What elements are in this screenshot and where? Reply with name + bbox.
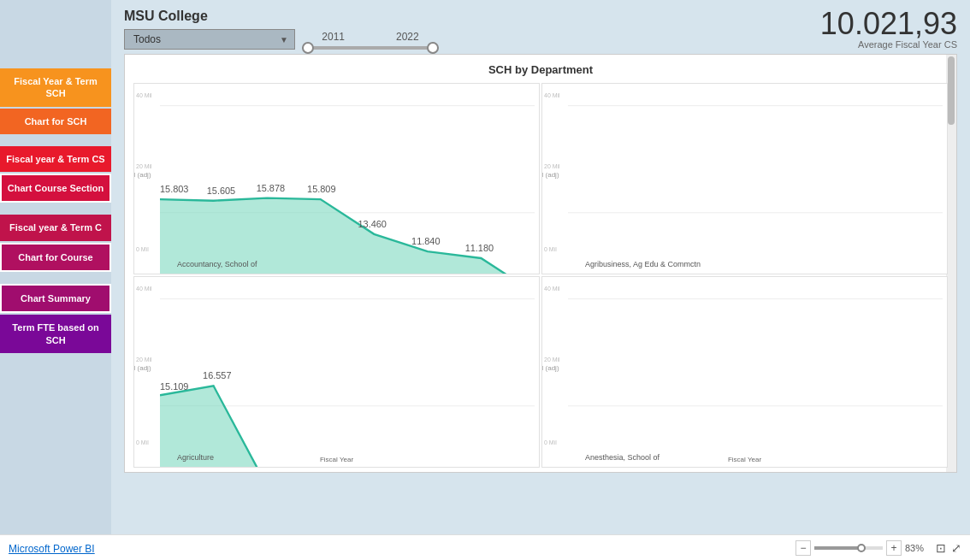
msu-title: MSU College xyxy=(124,9,439,24)
sidebar-item-chart-for-course[interactable]: Chart for Course xyxy=(0,243,111,272)
zoom-plus-button[interactable]: + xyxy=(886,540,902,556)
svg-text:15.809: 15.809 xyxy=(307,184,335,194)
sidebar-item-term-fte-sch[interactable]: Term FTE based on SCH xyxy=(0,315,111,353)
fit-to-screen-icon[interactable]: ⊡ xyxy=(936,541,946,555)
x-axis-label-4: Fiscal Year xyxy=(728,456,761,463)
year-slider-left[interactable] xyxy=(302,42,314,54)
header: MSU College TodosCollege ACollege B 2011… xyxy=(124,9,957,50)
header-left: MSU College TodosCollege ACollege B 2011… xyxy=(124,9,439,50)
chart-panel-agribusiness: SCH (adj) 40 Mil 20 Mil 0 Mil 3.744 3.62… xyxy=(541,83,948,274)
year-end: 2022 xyxy=(396,31,419,43)
sidebar-item-fiscal-year-term-sch[interactable]: Fiscal Year & Term SCH xyxy=(0,68,111,107)
header-right: 10.021,93 Average Fiscal Year CS xyxy=(820,9,957,50)
zoom-minus-button[interactable]: − xyxy=(796,540,811,556)
year-labels: 2011 2022 xyxy=(322,31,418,43)
svg-text:15.109: 15.109 xyxy=(160,381,188,392)
y-axis-label-3: SCH (adj) xyxy=(133,364,151,372)
y-tick-40mil-2: 40 Mil xyxy=(544,92,560,98)
chart-scrollbar-thumb[interactable] xyxy=(948,56,955,125)
zoom-slider-thumb[interactable] xyxy=(857,544,866,552)
chart-svg-2: 3.744 3.623 3.556 3.455 2.651 1.389 2016… xyxy=(568,92,943,274)
x-axis-label-3: Fiscal Year xyxy=(320,456,353,463)
chart-container: SCH by Department SCH (adj) 40 Mil 20 Mi… xyxy=(124,54,957,473)
year-slider-track[interactable] xyxy=(302,46,439,50)
powerbi-link[interactable]: Microsoft Power BI xyxy=(9,543,95,555)
chart-svg-1: 15.803 15.605 15.878 15.809 13.460 11.84… xyxy=(160,92,535,274)
sidebar-item-chart-course-section[interactable]: Chart Course Section xyxy=(0,174,111,203)
zoom-control: − + 83% xyxy=(796,540,931,556)
zoom-slider-track[interactable] xyxy=(814,546,883,550)
year-start: 2011 xyxy=(322,31,345,43)
chart-svg-4: 1.444 3.773 4.041 3.775 2.338 2016 2017 … xyxy=(568,286,943,468)
year-range: 2011 2022 xyxy=(302,31,439,50)
y-tick-40mil-4: 40 Mil xyxy=(544,286,560,292)
bottom-bar: Microsoft Power BI − + 83% ⊡ ⤢ xyxy=(0,534,970,560)
zoom-pct: 83% xyxy=(905,543,931,553)
chart-panel-anesthesia: SCH (adj) 40 Mil 20 Mil 0 Mil 1.444 3.77… xyxy=(541,276,948,468)
chart-grid: SCH (adj) 40 Mil 20 Mil 0 Mil 15.803 15 xyxy=(133,83,948,468)
svg-text:11.180: 11.180 xyxy=(465,243,494,253)
y-tick-20mil-3: 20 Mil xyxy=(136,357,152,363)
big-number: 10.021,93 xyxy=(820,9,957,39)
dropdown-row: TodosCollege ACollege B 2011 2022 xyxy=(124,29,439,50)
y-axis-label-2: SCH (adj) xyxy=(541,171,559,179)
year-slider-right[interactable] xyxy=(427,42,439,54)
y-axis-label-4: SCH (adj) xyxy=(541,364,559,372)
y-tick-0mil-4: 0 Mil xyxy=(544,439,557,445)
y-tick-40mil-1: 40 Mil xyxy=(136,92,152,98)
panel-title-1: Accountancy, School of xyxy=(177,260,257,268)
chart-panel-agriculture: SCH (adj) 40 Mil 20 Mil 0 Mil 15.109 16.… xyxy=(133,276,540,468)
y-tick-0mil-1: 0 Mil xyxy=(136,246,149,252)
y-tick-40mil-3: 40 Mil xyxy=(136,286,152,292)
sidebar-item-chart-summary[interactable]: Chart Summary xyxy=(0,284,111,313)
sidebar: Fiscal Year & Term SCH Chart for SCH Fis… xyxy=(0,0,111,513)
zoom-slider-fill xyxy=(814,546,859,550)
panel-title-4: Anesthesia, School of xyxy=(585,453,659,462)
panel-title-3: Agriculture xyxy=(177,453,214,462)
sidebar-item-fiscal-year-term-cs[interactable]: Fiscal year & Term CS xyxy=(0,146,111,172)
chart-panel-accountancy: SCH (adj) 40 Mil 20 Mil 0 Mil 15.803 15 xyxy=(133,83,540,274)
college-dropdown-wrapper[interactable]: TodosCollege ACollege B xyxy=(124,29,295,50)
svg-text:11.840: 11.840 xyxy=(411,236,440,246)
y-tick-20mil-2: 20 Mil xyxy=(544,163,560,169)
panel-title-2: Agribusiness, Ag Edu & Commctn xyxy=(585,260,701,268)
expand-icon[interactable]: ⤢ xyxy=(951,541,961,555)
sidebar-item-fiscal-year-term-c[interactable]: Fiscal year & Term C xyxy=(0,215,111,240)
y-tick-0mil-2: 0 Mil xyxy=(544,246,557,252)
chart-title: SCH by Department xyxy=(133,63,948,76)
svg-text:15.803: 15.803 xyxy=(160,184,188,194)
y-tick-20mil-4: 20 Mil xyxy=(544,357,560,363)
svg-text:15.878: 15.878 xyxy=(257,183,285,193)
y-axis-label-1: SCH (adj) xyxy=(133,171,151,179)
chart-svg-3: 15.109 16.557 4.601 4.154 3.445 2.471 2.… xyxy=(160,286,535,468)
y-tick-20mil-1: 20 Mil xyxy=(136,163,152,169)
college-dropdown[interactable]: TodosCollege ACollege B xyxy=(124,29,295,50)
svg-text:16.557: 16.557 xyxy=(203,370,231,380)
y-tick-0mil-3: 0 Mil xyxy=(136,439,149,445)
svg-text:15.605: 15.605 xyxy=(207,186,235,196)
sidebar-item-chart-for-sch[interactable]: Chart for SCH xyxy=(0,109,111,134)
main-content: MSU College TodosCollege ACollege B 2011… xyxy=(111,0,970,534)
svg-text:13.460: 13.460 xyxy=(358,219,387,229)
